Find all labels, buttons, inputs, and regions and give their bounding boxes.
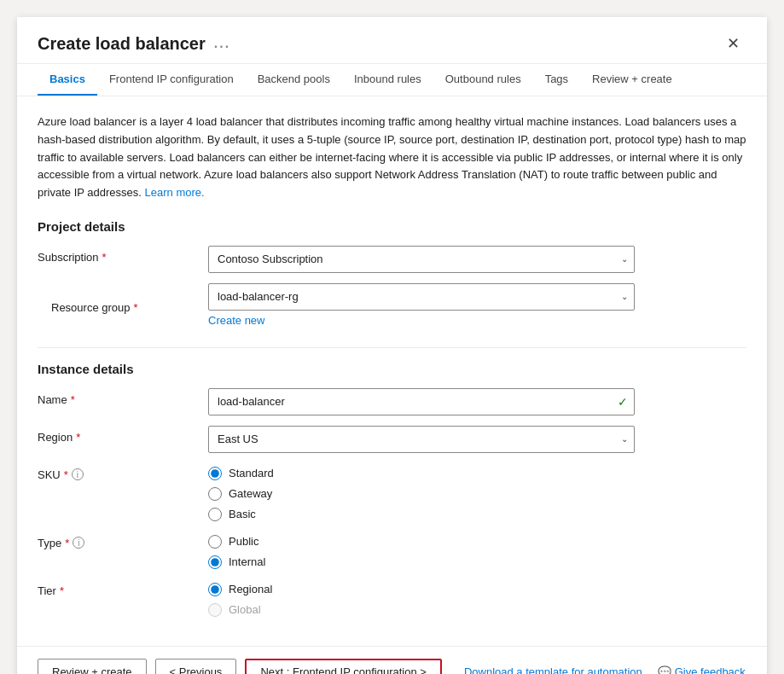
download-template-link[interactable]: Download a template for automation bbox=[464, 665, 642, 674]
name-row: Name * ✓ bbox=[38, 388, 746, 415]
tier-control: Regional Global bbox=[208, 579, 635, 617]
sku-standard-option[interactable]: Standard bbox=[208, 467, 635, 480]
type-required: * bbox=[65, 537, 69, 549]
tier-global-label: Global bbox=[229, 603, 261, 616]
subscription-required: * bbox=[102, 251, 107, 264]
tab-tags[interactable]: Tags bbox=[533, 64, 580, 96]
resource-group-control: load-balancer-rg ⌄ Create new bbox=[208, 283, 635, 327]
title-text: Create load balancer bbox=[38, 34, 206, 54]
region-label: Region * bbox=[38, 426, 208, 444]
rg-indent: Resource group * bbox=[38, 283, 208, 327]
name-input[interactable] bbox=[208, 388, 635, 415]
sku-required: * bbox=[64, 468, 68, 481]
tier-radio-group: Regional Global bbox=[208, 579, 635, 617]
type-internal-radio[interactable] bbox=[208, 555, 222, 569]
resource-group-label: Resource group * bbox=[51, 283, 222, 327]
learn-more-link[interactable]: Learn more. bbox=[145, 186, 205, 199]
sku-row: SKU * i Standard Gateway bbox=[38, 463, 746, 521]
tab-frontend-ip[interactable]: Frontend IP configuration bbox=[97, 64, 246, 96]
title-ellipsis: ... bbox=[214, 36, 230, 51]
sku-info-icon[interactable]: i bbox=[72, 468, 84, 480]
region-select[interactable]: East US bbox=[208, 426, 635, 453]
rg-required: * bbox=[134, 301, 138, 314]
create-new-link[interactable]: Create new bbox=[208, 314, 635, 327]
tier-regional-option[interactable]: Regional bbox=[208, 583, 635, 596]
subscription-control: Contoso Subscription ⌄ bbox=[208, 246, 635, 273]
sku-label: SKU * i bbox=[38, 463, 208, 481]
give-feedback-link[interactable]: 💬 Give feedback bbox=[658, 665, 746, 674]
previous-button[interactable]: < Previous bbox=[155, 659, 237, 674]
region-select-wrapper: East US ⌄ bbox=[208, 426, 635, 453]
name-control: ✓ bbox=[208, 388, 635, 415]
tab-review-create[interactable]: Review + create bbox=[580, 64, 684, 96]
type-public-label: Public bbox=[229, 535, 258, 548]
subscription-row: Subscription * Contoso Subscription ⌄ bbox=[38, 246, 746, 273]
description-text: Azure load balancer is a layer 4 load ba… bbox=[38, 113, 746, 202]
region-required: * bbox=[76, 431, 80, 444]
review-create-button[interactable]: Review + create bbox=[38, 659, 147, 674]
tab-backend-pools[interactable]: Backend pools bbox=[246, 64, 342, 96]
region-row: Region * East US ⌄ bbox=[38, 426, 746, 453]
tab-bar: Basics Frontend IP configuration Backend… bbox=[17, 64, 767, 96]
instance-details-section: Instance details Name * ✓ Region bbox=[38, 362, 746, 617]
sku-gateway-option[interactable]: Gateway bbox=[208, 487, 635, 501]
resource-group-row: Resource group * load-balancer-rg ⌄ Crea… bbox=[38, 283, 746, 327]
dialog-header: Create load balancer ... ✕ bbox=[17, 17, 767, 64]
tab-basics[interactable]: Basics bbox=[38, 64, 97, 96]
tier-global-option: Global bbox=[208, 603, 635, 617]
type-public-radio[interactable] bbox=[208, 535, 222, 549]
tier-global-radio bbox=[208, 603, 222, 617]
section-divider bbox=[38, 347, 746, 348]
tier-label: Tier * bbox=[38, 579, 208, 597]
dialog-footer: Review + create < Previous Next : Fronte… bbox=[17, 646, 767, 674]
dialog-title: Create load balancer ... bbox=[38, 34, 230, 54]
next-button[interactable]: Next : Frontend IP configuration > bbox=[245, 659, 442, 674]
name-required: * bbox=[71, 393, 75, 406]
sku-gateway-label: Gateway bbox=[229, 487, 272, 500]
close-button[interactable]: ✕ bbox=[720, 31, 746, 56]
type-label: Type * i bbox=[38, 532, 208, 549]
resource-group-select-wrapper: load-balancer-rg ⌄ bbox=[208, 283, 635, 311]
subscription-label: Subscription * bbox=[38, 246, 208, 264]
type-internal-option[interactable]: Internal bbox=[208, 555, 635, 569]
content-area: Azure load balancer is a layer 4 load ba… bbox=[17, 96, 767, 646]
create-load-balancer-dialog: Create load balancer ... ✕ Basics Fronte… bbox=[17, 17, 767, 674]
project-details-title: Project details bbox=[38, 219, 746, 234]
type-public-option[interactable]: Public bbox=[208, 535, 635, 549]
sku-control: Standard Gateway Basic bbox=[208, 463, 635, 521]
sku-radio-group: Standard Gateway Basic bbox=[208, 463, 635, 521]
type-radio-group: Public Internal bbox=[208, 532, 635, 569]
instance-details-title: Instance details bbox=[38, 362, 746, 376]
type-row: Type * i Public Internal bbox=[38, 532, 746, 569]
name-input-wrapper: ✓ bbox=[208, 388, 635, 415]
project-details-section: Project details Subscription * Contoso S… bbox=[38, 219, 746, 327]
subscription-select-wrapper: Contoso Subscription ⌄ bbox=[208, 246, 635, 273]
tier-required: * bbox=[60, 584, 64, 597]
tab-inbound-rules[interactable]: Inbound rules bbox=[342, 64, 433, 96]
sku-gateway-radio[interactable] bbox=[208, 487, 222, 501]
sku-basic-label: Basic bbox=[229, 508, 256, 520]
sku-basic-radio[interactable] bbox=[208, 508, 222, 521]
type-internal-label: Internal bbox=[229, 555, 265, 568]
resource-group-select[interactable]: load-balancer-rg bbox=[208, 283, 635, 311]
tier-row: Tier * Regional Global bbox=[38, 579, 746, 617]
tab-outbound-rules[interactable]: Outbound rules bbox=[433, 64, 533, 96]
feedback-icon: 💬 bbox=[658, 665, 671, 674]
name-label: Name * bbox=[38, 388, 208, 406]
sku-standard-radio[interactable] bbox=[208, 467, 222, 480]
tier-regional-label: Regional bbox=[229, 583, 272, 596]
tier-regional-radio[interactable] bbox=[208, 583, 222, 596]
region-control: East US ⌄ bbox=[208, 426, 635, 453]
sku-standard-label: Standard bbox=[229, 467, 274, 479]
name-check-icon: ✓ bbox=[618, 395, 628, 409]
type-info-icon[interactable]: i bbox=[73, 537, 84, 549]
subscription-select[interactable]: Contoso Subscription bbox=[208, 246, 635, 273]
type-control: Public Internal bbox=[208, 532, 635, 569]
sku-basic-option[interactable]: Basic bbox=[208, 508, 635, 521]
